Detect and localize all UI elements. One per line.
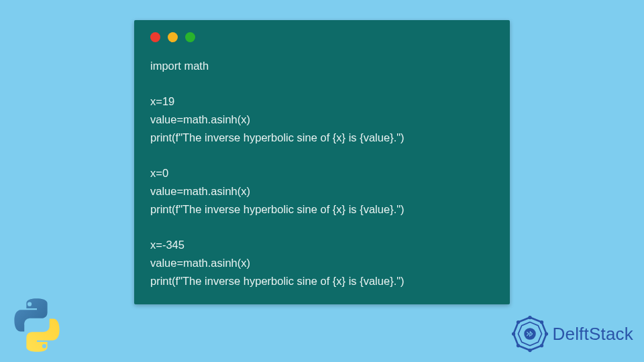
python-logo-icon [8, 296, 66, 354]
traffic-lights [150, 32, 494, 42]
svg-point-10 [511, 332, 515, 335]
svg-point-11 [516, 320, 519, 324]
window-close-dot [150, 32, 160, 42]
brand: DelftStack [511, 315, 634, 353]
delftstack-badge-icon [511, 315, 549, 353]
window-zoom-dot [185, 32, 195, 42]
code-window: import math x=19 value=math.asinh(x) pri… [134, 20, 510, 304]
svg-point-7 [539, 344, 543, 347]
svg-point-5 [539, 320, 543, 324]
svg-point-9 [516, 344, 519, 347]
code-block: import math x=19 value=math.asinh(x) pri… [150, 57, 494, 290]
svg-point-8 [528, 349, 531, 352]
svg-point-4 [528, 316, 531, 319]
brand-name: DelftStack [553, 324, 634, 345]
window-minimize-dot [168, 32, 178, 42]
svg-point-6 [544, 332, 547, 335]
